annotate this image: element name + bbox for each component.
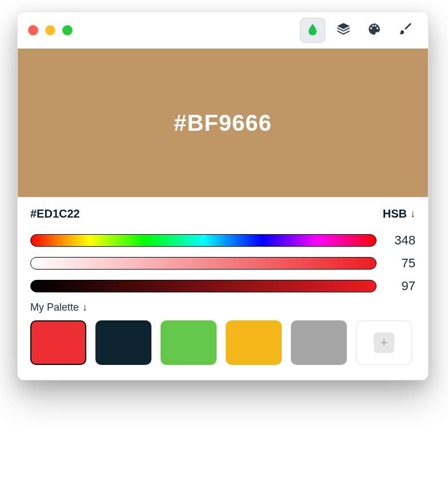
color-mode-selector[interactable]: HSB ↓: [383, 207, 415, 220]
mode-label: HSB: [383, 207, 407, 220]
saturation-slider[interactable]: [30, 257, 377, 270]
controls: #ED1C22 HSB ↓ 348 75 97 My Palette ↓ +: [18, 197, 428, 380]
hue-slider[interactable]: [30, 234, 377, 247]
titlebar: [18, 12, 428, 49]
tab-brush[interactable]: [393, 18, 418, 43]
brush-icon: [398, 22, 412, 38]
saturation-value: 75: [388, 256, 415, 271]
palette-swatch[interactable]: [291, 320, 347, 365]
palette-swatches: +: [30, 320, 415, 365]
hue-slider-row: 348: [30, 233, 415, 248]
palette-swatch[interactable]: [226, 320, 282, 365]
toolbar: [300, 18, 418, 43]
current-hex[interactable]: #ED1C22: [30, 207, 80, 220]
palette-icon: [367, 22, 382, 39]
plus-icon: +: [374, 332, 394, 353]
brightness-value: 97: [388, 279, 415, 294]
tab-layers[interactable]: [331, 18, 356, 43]
layers-icon: [336, 22, 351, 39]
minimize-button[interactable]: [45, 25, 55, 35]
chevron-down-icon: ↓: [410, 208, 415, 220]
palette-name: My Palette: [30, 302, 79, 314]
saturation-slider-row: 75: [30, 256, 415, 271]
add-swatch-button[interactable]: +: [356, 320, 412, 365]
palette-selector[interactable]: My Palette ↓: [30, 302, 415, 314]
palette-swatch[interactable]: [30, 320, 86, 365]
color-picker-window: #BF9666 #ED1C22 HSB ↓ 348 75 97 My Palet…: [17, 11, 429, 380]
palette-swatch[interactable]: [95, 320, 151, 365]
color-preview: #BF9666: [18, 49, 428, 197]
preview-hex-label: #BF9666: [174, 110, 272, 136]
tab-drop[interactable]: [300, 18, 325, 43]
brightness-slider-row: 97: [30, 279, 415, 294]
traffic-lights: [28, 25, 73, 35]
zoom-button[interactable]: [62, 25, 73, 35]
hex-mode-row: #ED1C22 HSB ↓: [30, 207, 415, 220]
close-button[interactable]: [28, 25, 38, 35]
brightness-slider[interactable]: [30, 280, 377, 292]
palette-swatch[interactable]: [161, 320, 217, 365]
hue-value: 348: [388, 233, 415, 248]
chevron-down-icon: ↓: [82, 302, 87, 314]
drop-icon: [306, 22, 319, 38]
tab-palette[interactable]: [362, 18, 387, 43]
